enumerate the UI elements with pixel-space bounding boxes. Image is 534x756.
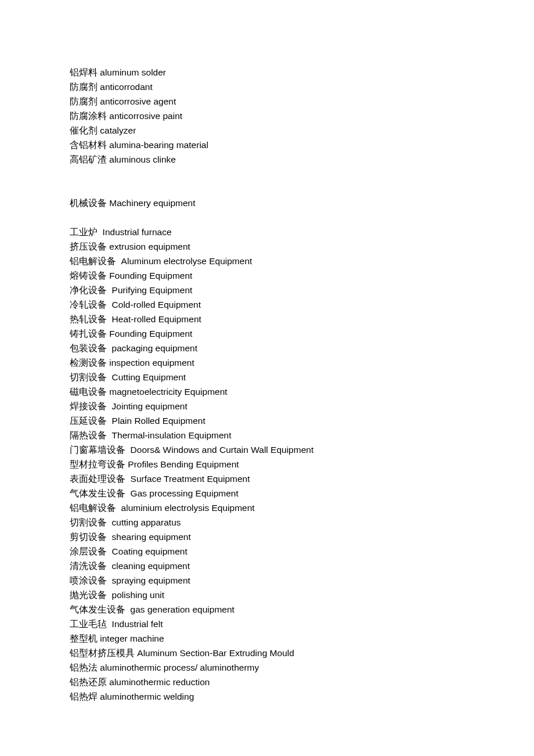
group-1: 铝焊料 aluminum solder防腐剂 anticorrodant防腐剂 … [70,65,464,167]
term-line: 热轧设备 Heat-rolled Equipment [70,312,464,326]
term-line: 工业毛毡 Industrial felt [70,617,464,631]
section-gap [70,167,464,196]
document-page: 铝焊料 aluminum solder防腐剂 anticorrodant防腐剂 … [0,0,534,704]
term-line: 门窗幕墙设备 Doors& Windows and Curtain Wall E… [70,442,464,457]
term-line: 防腐剂 anticorrodant [70,80,464,94]
term-line: 抛光设备 polishing unit [70,588,464,602]
term-line: 气体发生设备 gas generation equipment [70,602,464,617]
term-line: 切割设备 Cutting Equipment [70,370,464,384]
term-line: 挤压设备 extrusion equipment [70,239,464,254]
term-line: 磁电设备 magnetoelectricity Equipment [70,384,464,399]
term-line: 涂层设备 Coating equipment [70,544,464,559]
term-line: 催化剂 catalyzer [70,123,464,138]
section-heading: 机械设备 Machinery equipment [70,196,464,210]
term-line: 铝热法 aluminothermic process/ aluminotherm… [70,660,464,675]
term-line: 铝型材挤压模具 Aluminum Section-Bar Extruding M… [70,646,464,660]
term-line: 冷轧设备 Cold-rolled Equipment [70,297,464,312]
term-line: 切割设备 cutting apparatus [70,515,464,530]
term-line: 工业炉 Industrial furnace [70,225,464,239]
term-line: 含铝材料 alumina-bearing material [70,138,464,152]
term-line: 净化设备 Purifying Equipment [70,283,464,297]
term-line: 高铝矿渣 aluminous clinke [70,152,464,167]
term-line: 熔铸设备 Founding Equipment [70,268,464,283]
term-line: 防腐剂 anticorrosive agent [70,94,464,109]
term-line: 铝电解设备 Aluminum electrolyse Equipment [70,254,464,268]
term-line: 气体发生设备 Gas processing Equipment [70,486,464,501]
term-line: 喷涂设备 spraying equipment [70,573,464,588]
term-line: 剪切设备 shearing equipment [70,530,464,544]
group-2: 工业炉 Industrial furnace挤压设备 extrusion equ… [70,225,464,704]
term-line: 铝电解设备 aluminium electrolysis Equipment [70,501,464,515]
term-line: 检测设备 inspection equipment [70,355,464,370]
term-line: 清洗设备 cleaning equipment [70,559,464,573]
term-line: 铝焊料 aluminum solder [70,65,464,80]
term-line: 防腐涂料 anticorrosive paint [70,109,464,123]
term-line: 隔热设备 Thermal-insulation Equipment [70,428,464,442]
term-line: 压延设备 Plain Rolled Equipment [70,413,464,428]
term-line: 整型机 integer machine [70,631,464,646]
term-line: 铸扎设备 Founding Equipment [70,326,464,341]
term-line: 型材拉弯设备 Profiles Bending Equipment [70,457,464,471]
term-line: 铝热焊 aluminothermic welding [70,689,464,704]
term-line: 焊接设备 Jointing equipment [70,399,464,413]
term-line: 包装设备 packaging equipment [70,341,464,355]
blank-line [70,210,464,225]
term-line: 铝热还原 aluminothermic reduction [70,675,464,689]
term-line: 表面处理设备 Surface Treatment Equipment [70,471,464,486]
